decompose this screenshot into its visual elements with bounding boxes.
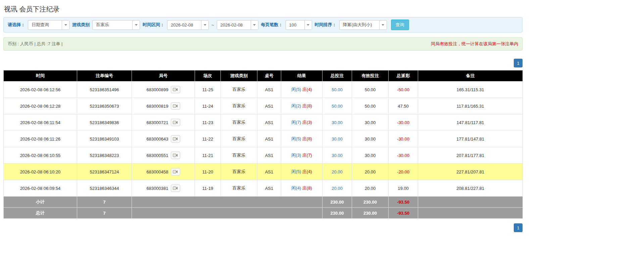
cell-total-bet[interactable]: 20.00 [323, 164, 352, 180]
result-banker: 庄(8) [302, 103, 312, 108]
cell-total-bet[interactable]: 30.00 [323, 147, 352, 164]
date-from-select[interactable]: 2026-02-08 [167, 20, 209, 30]
cell-time: 2026-02-08 06:10:20 [4, 164, 77, 180]
cell-result: 闲(5) 庄(8) [281, 131, 323, 147]
cell-session: 11-21 [195, 147, 221, 164]
page-size-select[interactable]: 100 [286, 20, 312, 30]
chevron-down-icon[interactable] [62, 20, 69, 30]
bet-records-table: 时间注单编号局号场次游戏类别桌号结果总投注有效投注总派彩备注 2026-02-0… [3, 70, 523, 219]
video-camera-icon [173, 137, 178, 141]
sort-order-select[interactable]: 降冪(由大到小) [339, 20, 387, 30]
cell-table-no: AS1 [257, 147, 281, 164]
cell-table-no: AS1 [257, 98, 281, 114]
cell-total-payout: -30.00 [389, 114, 418, 131]
cell-table-no: AS1 [257, 82, 281, 98]
currency-summary: 币别 : 人民币 | 总共 :7 注单 | [8, 41, 63, 47]
round-id-text: 683000381 [146, 186, 168, 191]
round-id-text: 683000721 [146, 120, 168, 125]
video-camera-icon [173, 186, 178, 190]
cell-note: 208.81/227.81 [418, 180, 523, 197]
subtotal-count: 7 [77, 197, 132, 208]
query-mode-value: 日期查询 [28, 20, 62, 30]
subtotal-row: 小计 7 230.00 230.00 -93.50 [4, 197, 523, 208]
table-row: 2026-02-08 06:11:54 523186349836 6830007… [4, 114, 523, 131]
video-replay-button[interactable] [171, 135, 180, 143]
result-player: 闲(4) [291, 185, 301, 191]
cell-note: 117.81/165.31 [418, 98, 523, 114]
video-replay-button[interactable] [171, 86, 180, 93]
cell-bet-id: 523186349103 [77, 131, 132, 147]
page-number-button[interactable]: 1 [514, 59, 523, 67]
cell-total-payout: 19.00 [389, 180, 418, 197]
column-header: 桌号 [257, 70, 281, 82]
cell-round-id: 683000643 [132, 131, 195, 147]
cell-total-bet[interactable]: 20.00 [323, 180, 352, 197]
video-replay-button[interactable] [171, 119, 180, 126]
cell-time: 2026-02-08 06:10:55 [4, 147, 77, 164]
video-replay-button[interactable] [171, 152, 180, 159]
cell-round-id: 683000551 [132, 147, 195, 164]
cell-game-type: 百家乐 [221, 180, 257, 197]
total-valid-bet: 230.00 [352, 208, 389, 219]
cell-total-bet[interactable]: 50.00 [323, 98, 352, 114]
select-mode-label: 请选择： [8, 22, 25, 28]
cell-time: 2026-02-08 06:11:54 [4, 114, 77, 131]
cell-round-id: 683000721 [132, 114, 195, 131]
cell-total-payout: -30.00 [389, 147, 418, 164]
result-banker: 庄(8) [302, 136, 312, 141]
cell-round-id: 683000899 [132, 82, 195, 98]
cell-session: 11-19 [195, 180, 221, 197]
result-player: 闲(7) [291, 120, 301, 125]
cell-total-bet[interactable]: 30.00 [323, 114, 352, 131]
column-header: 总派彩 [389, 70, 418, 82]
round-id-text: 683000819 [146, 104, 168, 109]
pagination-top: 1 [3, 59, 523, 67]
cell-total-payout: 47.50 [389, 98, 418, 114]
date-range-label: 时间区间： [143, 22, 164, 28]
chevron-down-icon[interactable] [251, 20, 258, 30]
video-replay-button[interactable] [171, 168, 180, 175]
query-mode-select[interactable]: 日期查询 [28, 20, 69, 30]
cell-total-bet[interactable]: 50.00 [323, 82, 352, 98]
table-row: 2026-02-08 06:10:55 523186348223 6830005… [4, 147, 523, 164]
date-to-select[interactable]: 2026-02-08 [217, 20, 258, 30]
result-player: 闲(3) [291, 153, 301, 158]
table-row: 2026-02-08 06:11:26 523186349103 6830006… [4, 131, 523, 147]
chevron-down-icon[interactable] [304, 20, 312, 30]
cell-valid-bet: 20.00 [352, 164, 389, 180]
summary-bar: 币别 : 人民币 | 总共 :7 注单 | 同局有效投注，统一计算在该局第一张注… [3, 37, 523, 51]
column-header: 时间 [4, 70, 77, 82]
video-replay-button[interactable] [171, 102, 180, 110]
cell-session: 11-25 [195, 82, 221, 98]
cell-total-bet[interactable]: 30.00 [323, 131, 352, 147]
video-camera-icon [173, 170, 178, 174]
date-range-separator: ~ [211, 22, 214, 28]
search-button[interactable]: 查询 [391, 19, 409, 30]
column-header: 注单编号 [77, 70, 132, 82]
cell-game-type: 百家乐 [221, 164, 257, 180]
chevron-down-icon[interactable] [201, 20, 208, 30]
result-banker: 庄(4) [302, 169, 312, 174]
subtotal-label: 小计 [4, 197, 77, 208]
table-row: 2026-02-08 06:12:56 523186351496 6830008… [4, 82, 523, 98]
total-spacer [132, 208, 323, 219]
game-type-select[interactable]: 百家乐 [92, 20, 140, 30]
cell-session: 11-23 [195, 114, 221, 131]
cell-game-type: 百家乐 [221, 147, 257, 164]
page-size-value: 100 [286, 20, 304, 30]
column-header: 场次 [195, 70, 221, 82]
total-payout: -93.50 [389, 208, 418, 219]
page-number-button[interactable]: 1 [514, 223, 523, 232]
date-to-value: 2026-02-08 [217, 20, 251, 30]
video-camera-icon [173, 104, 178, 108]
cell-result: 闲(7) 庄(3) [281, 114, 323, 131]
cell-time: 2026-02-08 06:12:28 [4, 98, 77, 114]
cell-session: 11-20 [195, 164, 221, 180]
cell-table-no: AS1 [257, 114, 281, 131]
video-replay-button[interactable] [171, 184, 180, 192]
column-header: 备注 [418, 70, 523, 82]
cell-round-id: 683000458 [132, 164, 195, 180]
chevron-down-icon[interactable] [132, 20, 140, 30]
cell-total-payout: -50.00 [389, 82, 418, 98]
chevron-down-icon[interactable] [379, 20, 387, 30]
